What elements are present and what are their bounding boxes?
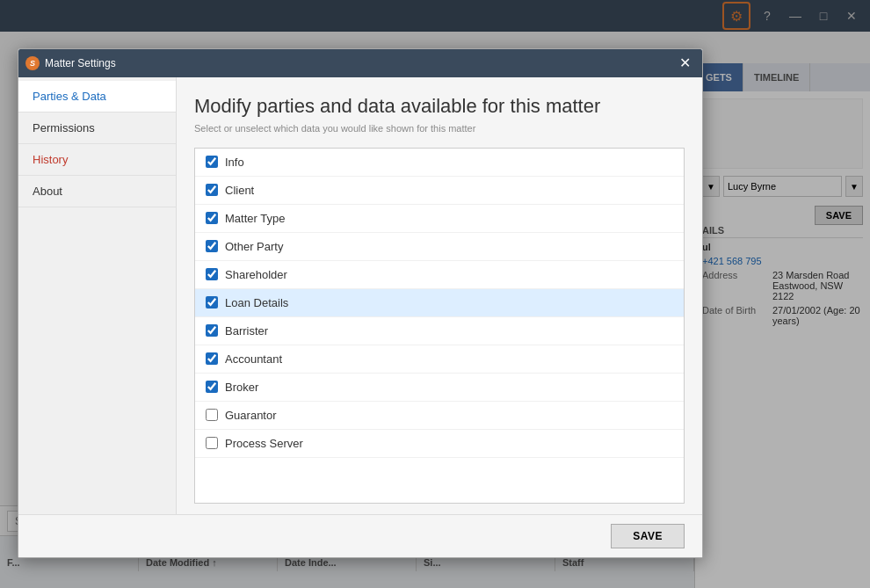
checkbox-label-loan-details: Loan Details	[225, 296, 288, 309]
checkbox-barrister[interactable]	[206, 324, 218, 337]
checkbox-info[interactable]	[206, 156, 218, 168]
checkbox-list: InfoClientMatter TypeOther PartySharehol…	[194, 148, 685, 504]
checkbox-item-process-server[interactable]: Process Server	[195, 430, 684, 458]
modal-main: Modify parties and data available for th…	[177, 77, 702, 514]
checkbox-process-server[interactable]	[206, 437, 218, 449]
checkbox-label-process-server: Process Server	[225, 437, 303, 450]
checkbox-matter-type[interactable]	[206, 212, 218, 224]
checkbox-accountant[interactable]	[206, 352, 218, 365]
checkbox-guarantor[interactable]	[206, 409, 218, 421]
checkbox-other-party[interactable]	[206, 240, 218, 252]
checkbox-item-shareholder[interactable]: Shareholder	[195, 261, 684, 289]
checkbox-item-client[interactable]: Client	[195, 177, 684, 205]
sidebar-item-permissions[interactable]: Permissions	[18, 113, 176, 144]
checkbox-label-client: Client	[225, 184, 254, 197]
app-logo: S	[25, 56, 40, 70]
checkbox-item-loan-details[interactable]: Loan Details	[195, 289, 684, 317]
sidebar-item-parties-data[interactable]: Parties & Data	[18, 81, 176, 113]
matter-settings-modal: S Matter Settings ✕ Parties & Data Permi…	[18, 48, 703, 558]
modal-heading: Modify parties and data available for th…	[194, 95, 685, 118]
checkbox-item-barrister[interactable]: Barrister	[195, 317, 684, 345]
checkbox-label-shareholder: Shareholder	[225, 268, 287, 281]
checkbox-item-broker[interactable]: Broker	[195, 374, 684, 402]
checkbox-label-accountant: Accountant	[225, 352, 282, 366]
modal-sidebar: Parties & Data Permissions History About	[18, 77, 177, 514]
modal-body: Parties & Data Permissions History About…	[18, 77, 702, 514]
modal-subheading: Select or unselect which data you would …	[194, 123, 685, 134]
checkbox-loan-details[interactable]	[206, 296, 218, 309]
checkbox-broker[interactable]	[206, 381, 218, 393]
checkbox-label-info: Info	[225, 156, 244, 169]
checkbox-client[interactable]	[206, 184, 218, 196]
checkbox-shareholder[interactable]	[206, 268, 218, 280]
checkbox-label-barrister: Barrister	[225, 324, 268, 338]
checkbox-label-guarantor: Guarantor	[225, 409, 277, 422]
checkbox-label-matter-type: Matter Type	[225, 212, 285, 225]
checkbox-item-other-party[interactable]: Other Party	[195, 233, 684, 261]
checkbox-item-matter-type[interactable]: Matter Type	[195, 205, 684, 233]
modal-titlebar: S Matter Settings ✕	[18, 49, 702, 77]
checkbox-label-other-party: Other Party	[225, 240, 283, 253]
modal-footer: SAVE	[18, 514, 702, 557]
checkbox-item-guarantor[interactable]: Guarantor	[195, 402, 684, 430]
modal-overlay: S Matter Settings ✕ Parties & Data Permi…	[0, 0, 870, 588]
modal-close-button[interactable]: ✕	[674, 53, 695, 74]
checkbox-label-broker: Broker	[225, 381, 258, 394]
modal-title-text: Matter Settings	[45, 57, 116, 69]
sidebar-item-history[interactable]: History	[18, 144, 176, 176]
checkbox-item-info[interactable]: Info	[195, 149, 684, 177]
checkbox-item-accountant[interactable]: Accountant	[195, 345, 684, 374]
sidebar-item-about[interactable]: About	[18, 176, 176, 207]
modal-save-button[interactable]: SAVE	[611, 524, 685, 548]
modal-title: S Matter Settings	[25, 56, 116, 70]
